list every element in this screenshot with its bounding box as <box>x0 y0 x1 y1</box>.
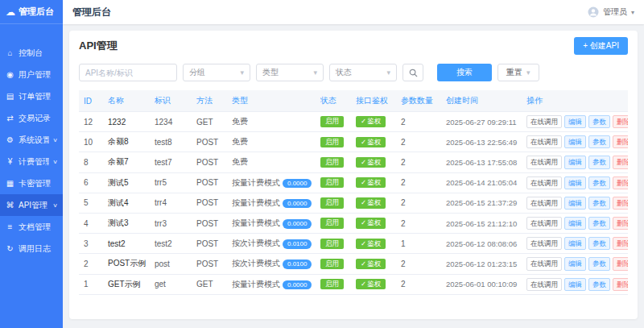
reset-dropdown-button[interactable]: 重置 <box>497 64 539 81</box>
cell-actions: 在线调用编辑参数删除 <box>522 112 628 132</box>
delete-button[interactable]: 删除 <box>613 135 628 148</box>
cell-status: 启用 <box>316 193 351 213</box>
delete-button[interactable]: 删除 <box>613 257 628 270</box>
cell-params: 2 <box>396 254 441 274</box>
params-button[interactable]: 参数 <box>588 156 610 168</box>
sidebar-item-billing[interactable]: ¥ 计费管理 ∨ <box>0 151 63 172</box>
delete-button[interactable]: 删除 <box>613 237 628 250</box>
create-api-button[interactable]: + 创建API <box>574 37 628 55</box>
column-header-3: 方法 <box>192 90 227 112</box>
edit-button[interactable]: 编辑 <box>564 115 586 128</box>
cell-type: 按量计费模式0.0000 <box>227 274 316 294</box>
status-select[interactable]: 状态 <box>329 64 397 81</box>
invoke-button[interactable]: 在线调用 <box>526 176 562 189</box>
sidebar-item-orders[interactable]: ▤ 订单管理 ∨ <box>0 85 63 107</box>
edit-button[interactable]: 编辑 <box>564 176 586 189</box>
group-select-label: 分组 <box>189 67 205 78</box>
invoke-button[interactable]: 在线调用 <box>526 257 562 270</box>
delete-button[interactable]: 删除 <box>613 115 628 128</box>
transactions-icon: ⇄ <box>6 114 14 122</box>
params-button[interactable]: 参数 <box>588 237 610 250</box>
user-menu[interactable]: 管理员 ▾ <box>588 6 634 18</box>
edit-button[interactable]: 编辑 <box>564 278 586 291</box>
delete-button[interactable]: 删除 <box>613 217 628 230</box>
sidebar-item-label: 文档管理 <box>19 222 57 233</box>
sidebar-item-dashboard[interactable]: ⌂ 控制台 ∨ <box>0 42 63 64</box>
cell-id: 1 <box>79 274 103 294</box>
quick-search-button[interactable] <box>402 64 423 81</box>
cell-name: 余额7 <box>103 152 150 172</box>
type-select[interactable]: 类型 <box>256 64 324 81</box>
sidebar-item-cards[interactable]: ▦ 卡密管理 ∨ <box>0 172 63 194</box>
table-row: 4 测试3 trr3 POST 按量计费模式0.0000 启用 ✓鉴权 2 20… <box>79 213 628 233</box>
sidebar-item-transactions[interactable]: ⇄ 交易记录 ∨ <box>0 107 63 129</box>
cell-code: trr3 <box>150 213 192 233</box>
cell-auth: ✓鉴权 <box>351 112 396 132</box>
price-badge: 0.0000 <box>283 179 312 189</box>
sidebar: ☁ 管理后台 ⌂ 控制台 ∨ ◉ 用户管理 ∨ ▤ 订单管理 ∨ ⇄ 交易记录 … <box>0 0 63 328</box>
sidebar-item-docs[interactable]: ≡ 文档管理 ∨ <box>0 216 63 238</box>
invoke-button[interactable]: 在线调用 <box>526 237 562 250</box>
avatar-icon <box>588 6 599 18</box>
price-badge: 0.0100 <box>283 239 312 249</box>
edit-button[interactable]: 编辑 <box>564 257 586 270</box>
auth-badge: ✓鉴权 <box>356 279 386 289</box>
edit-button[interactable]: 编辑 <box>564 237 586 250</box>
invoke-button[interactable]: 在线调用 <box>526 135 562 148</box>
delete-button[interactable]: 删除 <box>613 197 628 210</box>
delete-button[interactable]: 删除 <box>613 176 628 189</box>
cell-status: 启用 <box>316 234 351 254</box>
params-button[interactable]: 参数 <box>588 197 610 210</box>
cell-auth: ✓鉴权 <box>351 254 396 274</box>
cell-auth: ✓鉴权 <box>351 172 396 193</box>
status-badge: 启用 <box>320 259 344 269</box>
cell-params: 2 <box>396 152 441 172</box>
sidebar-item-api[interactable]: ⌘ API管理 ∨ <box>0 194 63 216</box>
check-icon: ✓ <box>361 218 366 226</box>
params-button[interactable]: 参数 <box>588 115 610 128</box>
delete-button[interactable]: 删除 <box>613 156 628 168</box>
sidebar-item-settings[interactable]: ⚙ 系统设置 ∨ <box>0 129 63 151</box>
params-button[interactable]: 参数 <box>588 257 610 270</box>
edit-button[interactable]: 编辑 <box>564 156 586 168</box>
auth-badge: ✓鉴权 <box>356 239 386 249</box>
params-button[interactable]: 参数 <box>588 217 610 230</box>
check-icon: ✓ <box>361 239 366 247</box>
cell-id: 2 <box>79 254 103 274</box>
table-row: 10 余额8 test8 POST 免费 启用 ✓鉴权 2 2025-06-13… <box>79 132 628 152</box>
invoke-button[interactable]: 在线调用 <box>526 156 562 168</box>
invoke-button[interactable]: 在线调用 <box>526 197 562 210</box>
table-row: 3 test2 test2 POST 按次计费模式0.0100 启用 ✓鉴权 1… <box>79 234 628 254</box>
user-name: 管理员 <box>603 6 627 18</box>
keyword-input[interactable] <box>79 64 177 81</box>
cell-actions: 在线调用编辑参数删除 <box>522 172 628 193</box>
edit-button[interactable]: 编辑 <box>564 217 586 230</box>
params-button[interactable]: 参数 <box>588 278 610 291</box>
invoke-button[interactable]: 在线调用 <box>526 115 562 128</box>
invoke-button[interactable]: 在线调用 <box>526 217 562 230</box>
search-button[interactable]: 搜索 <box>437 64 492 81</box>
edit-button[interactable]: 编辑 <box>564 135 586 148</box>
sidebar-item-users[interactable]: ◉ 用户管理 ∨ <box>0 64 63 85</box>
cell-params: 1 <box>396 234 441 254</box>
sidebar-item-logs[interactable]: ↻ 调用日志 ∨ <box>0 238 63 259</box>
params-button[interactable]: 参数 <box>588 176 610 189</box>
group-select[interactable]: 分组 <box>183 64 250 81</box>
sidebar-item-label: 系统设置 <box>19 135 49 146</box>
cell-name: 余额8 <box>103 132 150 152</box>
price-badge: 0.0000 <box>283 219 312 229</box>
api-icon: ⌘ <box>6 201 14 210</box>
cell-name: 测试4 <box>103 193 150 213</box>
column-header-0: ID <box>79 90 103 112</box>
params-button[interactable]: 参数 <box>588 135 610 148</box>
type-select-label: 类型 <box>262 67 279 78</box>
column-header-7: 参数数量 <box>396 90 441 112</box>
delete-button[interactable]: 删除 <box>613 278 628 291</box>
cell-auth: ✓鉴权 <box>351 152 396 172</box>
cell-actions: 在线调用编辑参数删除 <box>522 152 628 172</box>
invoke-button[interactable]: 在线调用 <box>526 278 562 291</box>
cell-type: 免费 <box>227 152 316 172</box>
api-table: ID名称标识方法类型状态接口鉴权参数数量创建时间操作 12 1232 1234 … <box>79 90 628 295</box>
edit-button[interactable]: 编辑 <box>564 197 586 210</box>
status-badge: 启用 <box>320 197 344 208</box>
